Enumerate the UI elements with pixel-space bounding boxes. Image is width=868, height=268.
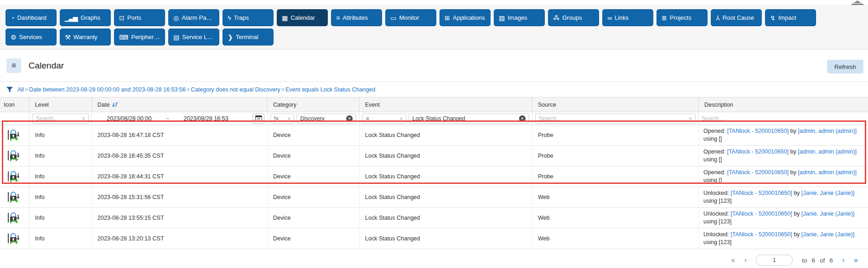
bar-chart-icon: ▁▃▅ [65,15,77,21]
images-picture-icon: ▨ [499,15,504,21]
filter-cell-icon [0,112,29,125]
nav-tab-projects[interactable]: ≣ Projects [657,9,708,26]
nav-tab-attributes[interactable]: ≡ Attributes [331,9,382,26]
nav-tab-links[interactable]: ∞ Links [602,9,653,26]
root-cause-branch-icon: ⅄ [716,15,719,21]
cell-category: Device [268,228,360,249]
nav-tab-peripherals[interactable]: ⌨ Peripherals [114,29,165,46]
column-header-event: Event [360,97,532,112]
column-header-date[interactable]: Date [92,97,268,112]
description-link[interactable]: [TANlock - 5200010650] [727,148,788,155]
pagination-next-button[interactable]: › [842,256,845,264]
category-filter-input[interactable]: Discovery ✕ [297,114,356,124]
description-link[interactable]: [Janie, Janie (Janie)] [801,190,854,196]
table-row[interactable]: Info 2023-08-28 16:47:18 CST Device Lock… [0,125,868,146]
nav-tab-images[interactable]: ▨ Images [494,9,545,26]
breadcrumb-filter-link[interactable]: All [17,86,24,93]
cell-category: Device [268,208,360,228]
description-link[interactable]: [TANlock - 5200010650] [727,128,788,134]
nav-tab-groups[interactable]: ⁂ Groups [548,9,599,26]
cell-description: Opened: [TANlock - 5200010650] by [admin… [699,125,868,145]
description-text: using [123] [703,239,731,245]
pagination-first-button[interactable]: « [731,256,735,264]
column-header-category: Category [268,97,360,112]
cell-description: Unlocked: [TANlock - 5200010650] by [Jan… [699,208,868,228]
description-filter-input[interactable] [702,115,857,122]
date-picker-button[interactable]: 26 [252,114,264,124]
nav-tab-service-lev[interactable]: ▤ Service Lev... [168,29,219,46]
cell-description: Unlocked: [TANlock - 5200010650] by [Jan… [699,228,868,249]
services-gear-icon: ⚙ [11,34,16,40]
column-header-source: Source [532,97,699,112]
description-link[interactable]: [admin, admin (admin)] [798,148,857,155]
description-link[interactable]: [TANlock - 5200010650] [731,211,792,217]
table-row[interactable]: Info 2023-08-28 13:20:13 CST Device Lock… [0,228,868,249]
table-row[interactable]: Info 2023-08-28 15:31:56 CST Device Lock… [0,187,868,208]
table-row[interactable]: Info 2023-08-28 16:45:35 CST Device Lock… [0,146,868,166]
sort-descending-icon[interactable] [112,102,118,108]
description-text: Unlocked: [703,211,731,217]
hamburger-menu-button[interactable]: ≡ [6,58,21,73]
table-row[interactable]: Info 2023-08-28 16:44:31 CST Device Lock… [0,166,868,187]
pagination-last-button[interactable]: » [854,256,858,264]
pagination-prev-button[interactable]: ‹ [744,256,747,264]
clear-filter-icon[interactable]: ✕ [519,115,525,122]
description-link[interactable]: [admin, admin (admin)] [798,128,857,134]
nav-tab-alarm-panel[interactable]: ◎ Alarm Panel [168,9,219,26]
breadcrumb-filter-link[interactable]: Category does not equal Discovery [191,86,280,93]
filter-breadcrumb: All>Date between 2023-08-28 00:00:00 and… [0,82,868,97]
nav-tab-ports[interactable]: ⊡ Ports [114,9,165,26]
nav-tab-terminal[interactable]: ❯ Terminal [223,29,274,46]
column-header-description: Description [699,97,868,112]
description-link[interactable]: [Janie, Janie (Janie)] [801,231,854,238]
refresh-button[interactable]: Refresh [827,60,863,74]
filter-cell-category: != ˅ Discovery ✕ [268,112,360,125]
level-filter-select[interactable]: Search... ˅ [32,114,89,124]
navbar-row-1: ◔ Dashboard ▁▃▅ Graphs ⊡ Ports ◎ Alarm P… [6,9,862,26]
description-link[interactable]: [TANlock - 5200010650] [731,190,792,196]
scroll-up-arrow-icon[interactable] [851,0,864,5]
nav-tab-graphs[interactable]: ▁▃▅ Graphs [60,9,111,26]
description-link[interactable]: [Janie, Janie (Janie)] [801,211,854,217]
nav-tab-calendar[interactable]: ▦ Calendar [277,9,328,26]
source-filter-select[interactable]: Search... ˅ [535,114,696,124]
breadcrumb-filter-link[interactable]: Date between 2023-08-28 00:00:00 and 202… [29,86,186,93]
groups-people-icon: ⁂ [553,15,559,21]
nav-tab-impact[interactable]: ↯ Impact [765,9,816,26]
description-link[interactable]: [admin, admin (admin)] [798,169,857,176]
nav-tab-root-cause[interactable]: ⅄ Root Cause [711,9,762,26]
clear-filter-icon[interactable]: ✕ [346,115,353,122]
nav-tab-applications[interactable]: ⊞ Applications [440,9,491,26]
cell-level: Info [29,228,92,249]
lock-status-changed-icon [6,211,20,225]
event-operator-select[interactable]: = ˅ [362,114,406,124]
projects-list-icon: ≣ [662,15,666,21]
monitor-screen-icon: ▭ [390,15,395,21]
cell-category: Device [268,187,360,207]
event-filter-input[interactable]: Lock Status Changed ✕ [409,114,529,124]
category-operator-select[interactable]: != ˅ [270,114,294,124]
breadcrumb-filter-link[interactable]: Event equals Lock Status Changed [286,86,375,93]
cell-date: 2023-08-28 13:20:13 CST [92,228,268,249]
description-link[interactable]: [TANlock - 5200010650] [727,169,788,176]
page-header: ≡ Calendar Refresh [0,50,868,82]
chevron-down-icon: ˅ [400,116,403,121]
description-text: by [792,211,801,217]
peripherals-keyboard-icon: ⌨ [119,34,127,40]
filter-cell-event: = ˅ Lock Status Changed ✕ [360,112,532,125]
page-input[interactable] [756,255,793,266]
date-to-input[interactable] [171,115,240,122]
pagination-range-text: to 6 of 6 [802,257,833,264]
nav-tab-traps[interactable]: ϟ Traps [223,9,274,26]
description-link[interactable]: [TANlock - 5200010650] [731,231,792,238]
chevron-down-icon: ˅ [689,116,692,121]
description-text: Unlocked: [703,190,731,196]
table-row[interactable]: Info 2023-08-28 13:55:15 CST Device Lock… [0,208,868,228]
table-filter-row: Search... ˅ ~ 26 != ˅ Discovery ✕ = [0,112,868,125]
nav-tab-warranty[interactable]: ⚒ Warranty [60,29,111,46]
nav-tab-dashboard[interactable]: ◔ Dashboard [6,9,57,26]
nav-tab-services[interactable]: ⚙ Services [6,29,57,46]
nav-tab-monitor[interactable]: ▭ Monitor [385,9,436,26]
date-from-input[interactable] [95,115,164,122]
description-text: by [788,128,798,134]
